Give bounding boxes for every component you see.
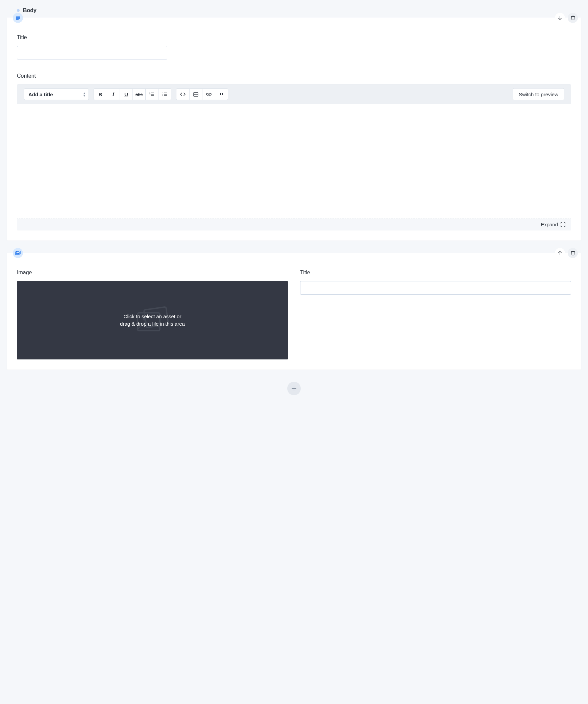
move-down-button[interactable] — [555, 13, 565, 23]
section-label: Body — [23, 7, 36, 14]
delete-button[interactable] — [568, 13, 578, 23]
trash-icon — [571, 251, 575, 255]
code-button[interactable] — [176, 89, 189, 100]
text-block-card: Title Content Add a title ▴▾ B I U abc — [7, 18, 581, 241]
expand-label: Expand — [541, 222, 558, 227]
svg-point-11 — [163, 93, 163, 93]
svg-point-12 — [163, 94, 163, 95]
expand-icon — [561, 222, 565, 227]
trash-icon — [571, 16, 575, 20]
text-lines-icon — [16, 16, 20, 20]
quote-button[interactable] — [215, 89, 228, 100]
dropzone-text: Click to select an asset or drag & drop … — [120, 313, 185, 328]
underline-button[interactable]: U — [120, 89, 132, 100]
italic-button[interactable]: I — [107, 89, 120, 100]
add-block-button[interactable] — [287, 382, 301, 395]
ordered-list-icon: 1 2 — [149, 92, 154, 96]
image-block-card: Image Click to select an asset or drag &… — [7, 253, 581, 370]
bold-icon: B — [99, 92, 102, 97]
delete-button[interactable] — [568, 248, 578, 258]
content-label: Content — [17, 73, 571, 79]
format-group-insert — [176, 89, 228, 100]
image-button[interactable] — [189, 89, 202, 100]
image-title-label: Title — [300, 270, 571, 276]
svg-text:2: 2 — [149, 94, 150, 96]
strike-icon: abc — [136, 92, 143, 97]
unordered-list-button[interactable] — [158, 89, 171, 100]
underline-icon: U — [124, 92, 128, 97]
title-input[interactable] — [17, 46, 167, 59]
image-label: Image — [17, 270, 288, 276]
plus-icon — [291, 386, 297, 391]
editor-toolbar: Add a title ▴▾ B I U abc 1 2 — [17, 85, 571, 104]
ordered-list-button[interactable]: 1 2 — [145, 89, 158, 100]
image-icon — [193, 92, 198, 97]
quote-icon — [219, 92, 224, 96]
switch-preview-button[interactable]: Switch to preview — [513, 88, 564, 100]
strike-button[interactable]: abc — [132, 89, 145, 100]
unordered-list-icon — [162, 92, 167, 96]
dropzone-line1: Click to select an asset or — [120, 313, 185, 321]
format-group-basic: B I U abc 1 2 — [94, 89, 171, 100]
heading-select-label: Add a title — [28, 92, 53, 97]
images-icon — [15, 251, 21, 255]
title-label: Title — [17, 34, 571, 41]
image-dropzone[interactable]: Click to select an asset or drag & drop … — [17, 281, 288, 359]
move-up-button[interactable] — [555, 248, 565, 258]
arrow-down-icon — [558, 16, 562, 20]
editor-textarea[interactable] — [17, 104, 571, 219]
switch-preview-label: Switch to preview — [519, 92, 558, 97]
section-body-header: Body — [17, 7, 581, 14]
arrow-up-icon — [558, 251, 562, 255]
link-button[interactable] — [202, 89, 215, 100]
text-block-badge — [13, 13, 23, 23]
content-editor: Add a title ▴▾ B I U abc 1 2 — [17, 84, 571, 230]
image-block-badge — [13, 248, 23, 258]
svg-point-13 — [163, 95, 163, 96]
bold-button[interactable]: B — [94, 89, 107, 100]
link-icon — [206, 93, 212, 96]
section-dot — [17, 9, 20, 12]
chevron-updown-icon: ▴▾ — [83, 92, 85, 97]
code-icon — [180, 92, 186, 96]
italic-icon: I — [113, 92, 115, 97]
dropzone-line2: drag & drop a file in this area — [120, 320, 185, 328]
image-title-input[interactable] — [300, 281, 571, 295]
heading-select[interactable]: Add a title ▴▾ — [24, 89, 89, 100]
expand-button[interactable]: Expand — [17, 219, 571, 230]
